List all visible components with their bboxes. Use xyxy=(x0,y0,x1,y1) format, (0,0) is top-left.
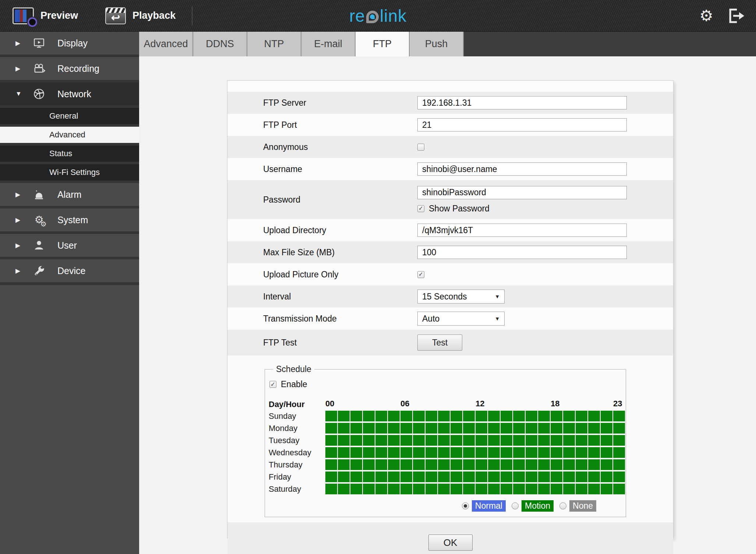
schedule-cell[interactable] xyxy=(375,459,387,470)
schedule-cell[interactable] xyxy=(563,471,575,482)
sidebar-subitem-wifi-settings[interactable]: Wi-Fi Settings xyxy=(0,164,139,180)
tab-push[interactable]: Push xyxy=(410,32,464,56)
schedule-cell[interactable] xyxy=(488,459,500,470)
sidebar-item-device[interactable]: ▶ Device xyxy=(0,259,139,282)
schedule-cell[interactable] xyxy=(513,423,525,434)
schedule-cell[interactable] xyxy=(388,447,400,458)
schedule-cell[interactable] xyxy=(588,471,600,482)
schedule-cell[interactable] xyxy=(563,411,575,421)
schedule-cell[interactable] xyxy=(613,447,625,458)
sidebar-subitem-status[interactable]: Status xyxy=(0,145,139,162)
schedule-cell[interactable] xyxy=(613,471,625,482)
schedule-cell[interactable] xyxy=(613,411,625,421)
schedule-cell[interactable] xyxy=(526,447,537,458)
schedule-cell[interactable] xyxy=(538,411,550,421)
anonymous-checkbox[interactable] xyxy=(417,144,424,151)
schedule-cell[interactable] xyxy=(476,471,487,482)
nav-preview[interactable]: Preview xyxy=(0,7,78,24)
sidebar-item-user[interactable]: ▶ User xyxy=(0,234,139,257)
schedule-cell[interactable] xyxy=(526,423,537,434)
schedule-cell[interactable] xyxy=(350,423,362,434)
schedule-cell[interactable] xyxy=(463,435,475,446)
ftp-test-button[interactable]: Test xyxy=(417,334,462,351)
schedule-cell[interactable] xyxy=(325,435,337,446)
schedule-cell[interactable] xyxy=(588,447,600,458)
schedule-cell[interactable] xyxy=(451,459,462,470)
transmission-mode-select[interactable]: Auto ▼ xyxy=(417,312,505,326)
schedule-cell[interactable] xyxy=(363,447,375,458)
schedule-cell[interactable] xyxy=(526,471,537,482)
schedule-cell[interactable] xyxy=(513,411,525,421)
schedule-cell[interactable] xyxy=(425,484,437,494)
schedule-cell[interactable] xyxy=(551,423,562,434)
max-file-size-input[interactable] xyxy=(417,246,627,259)
schedule-cell[interactable] xyxy=(400,459,412,470)
schedule-cell[interactable] xyxy=(350,435,362,446)
sidebar-subitem-general[interactable]: General xyxy=(0,108,139,124)
schedule-cell[interactable] xyxy=(388,471,400,482)
sidebar-item-alarm[interactable]: ▶ Alarm xyxy=(0,183,139,206)
schedule-cell[interactable] xyxy=(526,484,537,494)
schedule-cell[interactable] xyxy=(513,471,525,482)
schedule-cell[interactable] xyxy=(538,471,550,482)
schedule-cell[interactable] xyxy=(388,484,400,494)
schedule-cell[interactable] xyxy=(576,471,587,482)
schedule-cell[interactable] xyxy=(476,447,487,458)
schedule-cell[interactable] xyxy=(463,459,475,470)
schedule-cell[interactable] xyxy=(338,411,350,421)
schedule-cell[interactable] xyxy=(613,459,625,470)
schedule-cell[interactable] xyxy=(388,435,400,446)
schedule-cell[interactable] xyxy=(551,411,562,421)
schedule-cell[interactable] xyxy=(338,435,350,446)
tab-e-mail[interactable]: E-mail xyxy=(301,32,356,56)
schedule-cell[interactable] xyxy=(425,447,437,458)
schedule-cell[interactable] xyxy=(325,447,337,458)
schedule-cell[interactable] xyxy=(588,484,600,494)
sidebar-item-system[interactable]: ▶ ⚙⚙ System xyxy=(0,208,139,231)
schedule-cell[interactable] xyxy=(375,447,387,458)
schedule-cell[interactable] xyxy=(551,459,562,470)
schedule-cell[interactable] xyxy=(588,459,600,470)
schedule-cell[interactable] xyxy=(488,435,500,446)
schedule-cell[interactable] xyxy=(601,447,612,458)
mode-radio-motion[interactable] xyxy=(512,502,519,509)
schedule-cell[interactable] xyxy=(576,447,587,458)
schedule-cell[interactable] xyxy=(513,484,525,494)
sidebar-subitem-advanced[interactable]: Advanced xyxy=(0,127,139,143)
schedule-cell[interactable] xyxy=(325,411,337,421)
schedule-cell[interactable] xyxy=(375,435,387,446)
schedule-cell[interactable] xyxy=(488,447,500,458)
schedule-cell[interactable] xyxy=(526,459,537,470)
schedule-cell[interactable] xyxy=(488,484,500,494)
schedule-cell[interactable] xyxy=(425,435,437,446)
schedule-cell[interactable] xyxy=(501,435,512,446)
mode-radio-normal[interactable] xyxy=(462,502,469,509)
schedule-cell[interactable] xyxy=(325,484,337,494)
schedule-cell[interactable] xyxy=(425,423,437,434)
schedule-cell[interactable] xyxy=(375,471,387,482)
schedule-cell[interactable] xyxy=(576,459,587,470)
schedule-cell[interactable] xyxy=(513,435,525,446)
password-input[interactable] xyxy=(417,186,627,199)
schedule-cell[interactable] xyxy=(538,484,550,494)
ok-button[interactable]: OK xyxy=(428,534,473,551)
schedule-cell[interactable] xyxy=(551,435,562,446)
schedule-cell[interactable] xyxy=(601,435,612,446)
schedule-cell[interactable] xyxy=(438,471,450,482)
upload-picture-only-checkbox[interactable] xyxy=(417,271,424,278)
settings-gear-icon[interactable]: ⚙ xyxy=(699,8,713,24)
schedule-cell[interactable] xyxy=(438,484,450,494)
tab-ftp[interactable]: FTP xyxy=(356,32,410,56)
schedule-cell[interactable] xyxy=(400,447,412,458)
nav-playback[interactable]: ↩ Playback xyxy=(78,7,176,24)
schedule-cell[interactable] xyxy=(576,423,587,434)
schedule-cell[interactable] xyxy=(375,423,387,434)
schedule-cell[interactable] xyxy=(413,484,425,494)
schedule-cell[interactable] xyxy=(425,459,437,470)
schedule-cell[interactable] xyxy=(601,459,612,470)
schedule-cell[interactable] xyxy=(501,447,512,458)
schedule-cell[interactable] xyxy=(363,411,375,421)
schedule-cell[interactable] xyxy=(476,435,487,446)
schedule-cell[interactable] xyxy=(501,411,512,421)
schedule-cell[interactable] xyxy=(601,471,612,482)
